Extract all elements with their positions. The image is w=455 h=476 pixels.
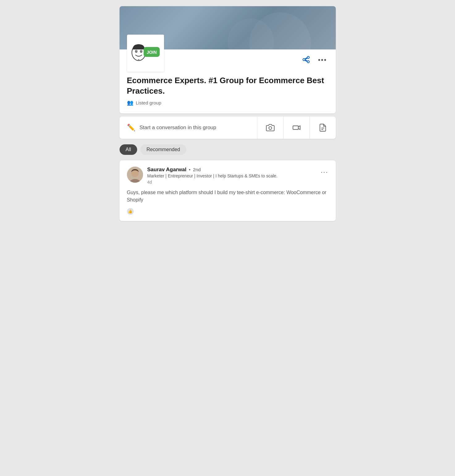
post-more-dots-icon: ... — [321, 167, 328, 174]
more-dots-icon: ••• — [318, 57, 327, 63]
filter-recommended-tab[interactable]: Recommended — [140, 144, 186, 155]
share-icon — [302, 56, 310, 64]
group-type: Listed group — [136, 100, 162, 105]
composer-text-area[interactable]: ✏️ Start a conversation in this group — [120, 117, 257, 139]
people-icon: 👥 — [127, 100, 133, 106]
post-card: Saurav Agarwal • 2nd Marketer | Entrepre… — [120, 160, 336, 221]
post-header: Saurav Agarwal • 2nd Marketer | Entrepre… — [127, 167, 328, 185]
author-name: Saurav Agarwal — [147, 167, 187, 173]
group-logo: JOIN — [127, 35, 164, 72]
group-header-body: JOIN ••• Ecommerce Experts. #1 Group for… — [120, 49, 336, 113]
svg-marker-10 — [298, 126, 300, 130]
svg-text:JOIN: JOIN — [146, 50, 157, 55]
svg-point-8 — [269, 126, 272, 129]
svg-point-4 — [141, 51, 141, 52]
post-footer: 👍 — [127, 208, 328, 215]
video-icon — [292, 123, 301, 132]
group-header-actions: ••• — [301, 54, 328, 66]
group-logo-wrapper: JOIN — [127, 35, 164, 72]
svg-rect-9 — [293, 126, 298, 130]
group-header-card: JOIN ••• Ecommerce Experts. #1 Group for… — [120, 6, 336, 113]
group-title: Ecommerce Experts. #1 Group for Ecommerc… — [127, 75, 328, 96]
page-container: JOIN ••• Ecommerce Experts. #1 Group for… — [120, 6, 336, 470]
svg-point-3 — [136, 51, 137, 52]
pencil-icon: ✏️ — [127, 124, 135, 132]
reaction-icon: 👍 — [127, 208, 134, 215]
group-logo-svg: JOIN — [130, 41, 161, 66]
video-upload-button[interactable] — [284, 117, 310, 139]
post-content: Guys, please me which platform should I … — [127, 189, 328, 204]
avatar-svg — [127, 167, 143, 183]
photo-upload-button[interactable] — [257, 117, 284, 139]
author-connection-degree: 2nd — [193, 167, 201, 172]
share-button[interactable] — [301, 54, 312, 66]
author-info: Saurav Agarwal • 2nd Marketer | Entrepre… — [147, 167, 278, 185]
author-degree: • — [189, 167, 190, 172]
avatar — [127, 167, 143, 183]
camera-icon — [266, 123, 275, 132]
post-more-options-button[interactable]: ... — [321, 167, 328, 175]
group-meta: 👥 Listed group — [127, 100, 328, 106]
composer-row: ✏️ Start a conversation in this group — [120, 117, 336, 139]
filter-row: All Recommended — [120, 142, 336, 157]
more-options-button[interactable]: ••• — [317, 55, 328, 65]
filter-all-tab[interactable]: All — [120, 144, 137, 155]
document-icon — [318, 123, 327, 132]
post-time: 4d — [147, 180, 278, 185]
composer-card: ✏️ Start a conversation in this group — [120, 117, 336, 139]
composer-placeholder: Start a conversation in this group — [140, 125, 217, 131]
author-name-row: Saurav Agarwal • 2nd — [147, 167, 278, 173]
author-tagline: Marketer | Entrepreneur | Investor | I h… — [147, 173, 278, 178]
document-upload-button[interactable] — [310, 117, 336, 139]
post-author-section: Saurav Agarwal • 2nd Marketer | Entrepre… — [127, 167, 278, 185]
